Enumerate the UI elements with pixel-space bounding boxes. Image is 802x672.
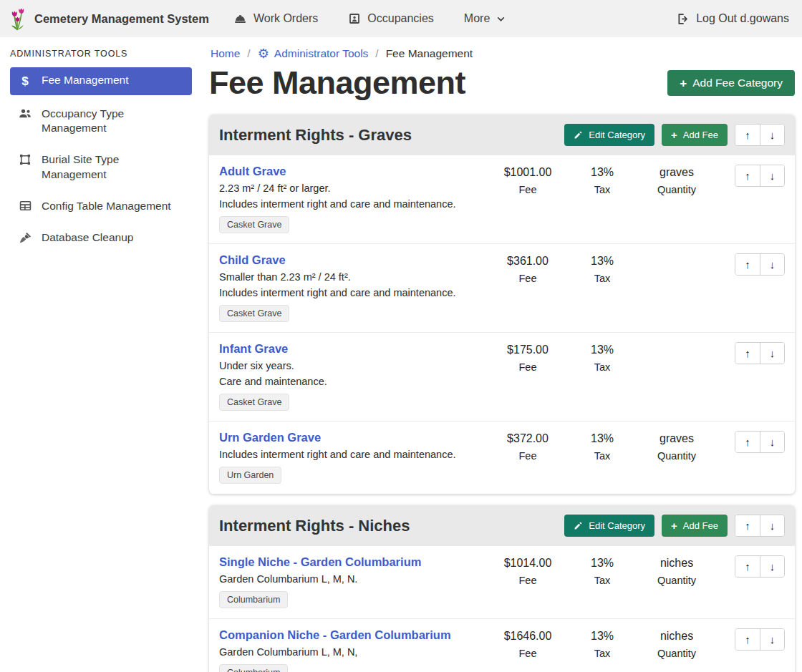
category-reorder-controls: ↑ ↓ [735,515,785,537]
fee-description: Includes interment right and care and ma… [219,287,488,298]
sidebar: ADMINISTRATOR TOOLS $ Fee Management Occ… [0,37,200,672]
table-icon [17,200,33,212]
logout-icon [676,12,690,26]
fee-name-link[interactable]: Infant Grave [219,342,288,356]
fee-reorder-controls: ↑ ↓ [735,342,785,364]
sidebar-item-label: Burial Site Type Management [42,152,185,181]
breadcrumb-separator: / [375,47,378,60]
edit-category-button[interactable]: Edit Category [564,124,654,146]
sidebar-item-fee-management[interactable]: $ Fee Management [10,67,192,95]
move-up-button[interactable]: ↑ [735,165,760,186]
fee-name-link[interactable]: Companion Niche - Garden Columbarium [219,628,451,642]
move-up-button[interactable]: ↑ [735,125,760,145]
sidebar-item-database-cleanup[interactable]: Database Cleanup [10,225,192,250]
move-up-button[interactable]: ↑ [735,515,760,536]
fee-amount-label: Fee [488,575,567,586]
sidebar-item-label: Occupancy Type Management [42,107,185,135]
logout-button[interactable]: Log Out d.gowans [676,12,789,26]
edit-category-label: Edit Category [589,520,645,531]
pencil-icon [574,521,583,530]
fee-amount: $1646.00 [488,630,567,643]
quantity-value: niches [637,630,716,643]
fee-row: Infant Grave Under six years. Care and m… [209,332,795,421]
plus-icon: + [680,77,687,89]
move-down-button[interactable]: ↓ [760,343,784,364]
top-navbar: Cemetery Management System Work Orders O… [0,0,802,37]
fee-type-badge: Columbarium [219,664,288,672]
fee-amount: $1014.00 [488,557,567,570]
breadcrumb-admin-label: Administrator Tools [274,47,369,60]
sidebar-item-label: Config Table Management [42,199,171,213]
tax-label: Tax [567,450,637,462]
main-content: Home / ⚙ Administrator Tools / Fee Manag… [200,37,802,672]
quantity-label: Quantity [637,450,716,462]
sidebar-item-config-table[interactable]: Config Table Management [10,193,192,219]
app-brand[interactable]: Cemetery Management System [9,6,209,31]
tax-label: Tax [567,184,637,195]
breadcrumb-separator: / [247,47,250,60]
add-fee-button[interactable]: + Add Fee [662,124,728,146]
fee-amount-label: Fee [488,273,567,284]
breadcrumb: Home / ⚙ Administrator Tools / Fee Manag… [211,47,795,60]
nav-more-dropdown[interactable]: More [464,12,506,25]
move-down-button[interactable]: ↓ [760,254,784,275]
gear-icon: ⚙ [258,47,269,60]
sidebar-item-occupancy-type[interactable]: Occupancy Type Management [10,101,192,141]
fee-reorder-controls: ↑ ↓ [735,628,785,651]
add-fee-label: Add Fee [683,130,718,140]
nav-more-label: More [464,12,490,25]
fee-amount-label: Fee [488,361,567,373]
fee-description: Smaller than 2.23 m² / 24 ft². [219,271,488,283]
sidebar-item-label: Fee Management [42,73,129,87]
fee-row: Companion Niche - Garden Columbarium Gar… [209,618,795,672]
add-fee-category-button[interactable]: + Add Fee Category [667,70,795,96]
fee-name-link[interactable]: Adult Grave [219,165,286,178]
frame-icon [17,153,33,166]
move-down-button[interactable]: ↓ [760,629,784,650]
tax-value: 13% [567,255,637,268]
chevron-down-icon [496,14,506,24]
category-header: Interment Rights - Graves Edit Category … [209,115,795,155]
fee-type-badge: Columbarium [219,591,288,608]
move-up-button[interactable]: ↑ [735,254,760,275]
fee-reorder-controls: ↑ ↓ [735,253,785,276]
category-title: Interment Rights - Graves [219,126,557,145]
fee-name-link[interactable]: Urn Garden Grave [219,431,321,444]
fee-reorder-controls: ↑ ↓ [735,165,785,187]
sidebar-item-burial-site-type[interactable]: Burial Site Type Management [10,147,192,187]
tax-label: Tax [567,575,637,586]
nav-occupancies[interactable]: Occupancies [348,12,434,25]
fee-amount-label: Fee [488,648,567,659]
category-header: Interment Rights - Niches Edit Category … [209,505,795,546]
fee-amount: $175.00 [488,344,567,356]
add-fee-button[interactable]: + Add Fee [662,515,728,537]
move-down-button[interactable]: ↓ [760,432,784,452]
people-icon [17,107,33,120]
fee-amount-label: Fee [488,184,567,195]
fee-amount: $1001.00 [488,166,567,179]
plus-icon: + [671,130,677,140]
tax-label: Tax [567,648,637,659]
category-reorder-controls: ↑ ↓ [735,124,785,146]
move-down-button[interactable]: ↓ [760,125,784,145]
fee-row: Single Niche - Garden Columbarium Garden… [209,546,795,618]
edit-category-label: Edit Category [589,130,645,140]
move-up-button[interactable]: ↑ [735,343,760,364]
edit-category-button[interactable]: Edit Category [564,515,654,537]
move-down-button[interactable]: ↓ [760,515,784,536]
fee-name-link[interactable]: Single Niche - Garden Columbarium [219,555,421,569]
quantity-value: graves [637,432,716,445]
move-up-button[interactable]: ↑ [735,629,760,650]
move-down-button[interactable]: ↓ [760,556,784,577]
page-title: Fee Management [209,64,465,102]
nav-work-orders[interactable]: Work Orders [233,12,318,26]
breadcrumb-home-link[interactable]: Home [211,47,240,60]
move-up-button[interactable]: ↑ [735,432,760,452]
move-down-button[interactable]: ↓ [760,165,784,186]
fee-amount-label: Fee [488,450,567,462]
move-up-button[interactable]: ↑ [735,556,760,577]
breadcrumb-admin-tools-link[interactable]: ⚙ Administrator Tools [258,47,369,60]
broom-icon [17,231,33,245]
fee-name-link[interactable]: Child Grave [219,253,286,267]
fee-type-badge: Casket Grave [219,216,289,233]
